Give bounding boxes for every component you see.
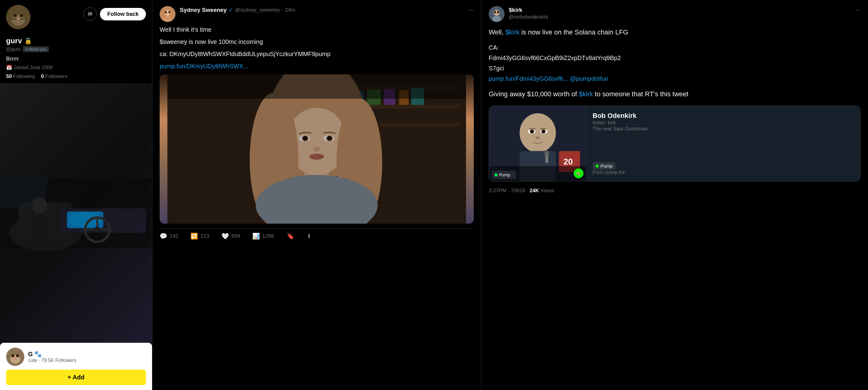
tweet-views-count: 24K bbox=[529, 188, 539, 193]
profile-bio: Brrrrr bbox=[6, 56, 146, 62]
pump-label: Pump bbox=[600, 163, 612, 169]
highlight-kirk-1[interactable]: $kirk bbox=[505, 28, 520, 36]
svg-rect-68 bbox=[167, 74, 466, 99]
svg-point-20 bbox=[94, 227, 100, 233]
tweet-author-avatar[interactable] bbox=[160, 6, 176, 22]
right-author-handle: @mrbobodenkirk bbox=[509, 14, 861, 20]
right-author-avatar[interactable] bbox=[489, 6, 504, 22]
more-options-button[interactable]: ··· bbox=[468, 6, 474, 14]
follow-back-button[interactable]: Follow back bbox=[100, 8, 146, 21]
follows-you-badge: Follows you bbox=[23, 46, 49, 52]
message-button[interactable]: ✉ bbox=[84, 7, 97, 21]
svg-point-81 bbox=[531, 130, 533, 133]
card-desc: The real Saul Goodman bbox=[593, 126, 854, 132]
tweet-link[interactable]: pump.fun/DKmyUDy8tWhSWX... bbox=[160, 62, 474, 71]
right-tweet-body: Well, $kirk is now live on the Solana ch… bbox=[489, 27, 861, 37]
ca-label: CA: bbox=[489, 44, 499, 51]
svg-text:Pump: Pump bbox=[499, 173, 510, 178]
svg-point-82 bbox=[542, 130, 545, 133]
bookmark-icon: 🔖 bbox=[287, 233, 294, 240]
right-author-name[interactable]: $kirk bbox=[509, 7, 522, 13]
profile-actions: ✉ Follow back bbox=[84, 7, 146, 21]
followers-count: 0 bbox=[41, 73, 44, 80]
sydney-portrait bbox=[160, 74, 474, 223]
card-content: Bob Odenkirk ticker: kirk The real Saul … bbox=[587, 106, 860, 181]
tweet-meta: Sydney Sweeney ✓ @sydney_sweeney · 24m ·… bbox=[180, 6, 474, 14]
giveaway-text: Giving away $10,000 worth of $kirk to so… bbox=[489, 89, 861, 99]
tweet-name-row: Sydney Sweeney ✓ @sydney_sweeney · 24m ·… bbox=[180, 6, 474, 14]
right-tweet-meta: $kirk ··· @mrbobodenkirk bbox=[509, 6, 861, 20]
svg-rect-26 bbox=[32, 213, 47, 237]
tweet-card[interactable]: 20 Pump 🟢 Bob Odenkirk ticker: kirk The … bbox=[489, 106, 861, 182]
tweet-time: 24m bbox=[285, 7, 295, 13]
add-button[interactable]: + Add bbox=[6, 369, 146, 385]
ca-link[interactable]: pump.fun/Fdmi43yGG6svf6... bbox=[489, 75, 568, 82]
views-icon: 📊 bbox=[252, 233, 260, 240]
svg-point-31 bbox=[12, 355, 14, 357]
reply-icon: 💬 bbox=[160, 233, 167, 240]
tweet-header: Sydney Sweeney ✓ @sydney_sweeney · 24m ·… bbox=[160, 6, 474, 22]
like-action[interactable]: 🤍 604 bbox=[221, 233, 240, 240]
svg-point-85 bbox=[545, 151, 549, 157]
retweet-count: 213 bbox=[200, 233, 209, 239]
avatar bbox=[6, 5, 30, 29]
svg-point-73 bbox=[497, 11, 499, 13]
svg-point-32 bbox=[17, 355, 18, 357]
svg-point-90 bbox=[494, 174, 498, 177]
bookmark-action[interactable]: 🔖 bbox=[287, 233, 294, 240]
body-middle: is now live on the Solana chain LFG bbox=[521, 28, 628, 36]
message-icon: ✉ bbox=[88, 11, 92, 18]
svg-text:20: 20 bbox=[563, 157, 573, 167]
right-more-options[interactable]: ··· bbox=[855, 6, 861, 14]
handle: @gurv bbox=[6, 47, 21, 52]
ca-line1: Fdmi43yGG6svf66CxGpB9iZ2xpDTv8atYrq9Bp2 bbox=[489, 55, 621, 61]
ca-block: CA: Fdmi43yGG6svf66CxGpB9iZ2xpDTv8atYrq9… bbox=[489, 42, 861, 84]
svg-point-71 bbox=[492, 16, 501, 22]
tweet-text-line2: $sweeney is now live 100mc incoming bbox=[160, 37, 474, 46]
share-action[interactable]: ⬆ bbox=[307, 233, 312, 240]
tweet-actions: 💬 142 🔁 213 🤍 604 📊 126K 🔖 ⬆ bbox=[160, 229, 474, 240]
right-tweet-header: $kirk ··· @mrbobodenkirk bbox=[489, 6, 861, 22]
author-name[interactable]: Sydney Sweeney bbox=[180, 7, 227, 13]
card-source: From pump.fun bbox=[593, 170, 854, 175]
suggested-card: G 🐾 cute · 79.5K Followers + Add bbox=[0, 343, 152, 390]
left-panel: ✉ Follow back gurv 🔒 @gurv Follows you B… bbox=[0, 0, 152, 390]
svg-point-7 bbox=[20, 14, 23, 17]
suggested-sub-info: cute · 79.5K Followers bbox=[28, 358, 76, 363]
svg-point-6 bbox=[14, 14, 17, 17]
tweet-link-anchor[interactable]: pump.fun/DKmyUDy8tWhSWX... bbox=[160, 63, 248, 69]
views-count: 126K bbox=[262, 233, 275, 239]
followers-stat[interactable]: 0 Followers bbox=[41, 73, 67, 80]
svg-point-75 bbox=[520, 113, 556, 153]
tweet-dot: · bbox=[282, 7, 283, 13]
verified-badge: ✓ bbox=[228, 7, 233, 13]
followers-label: Followers bbox=[45, 73, 67, 80]
profile-name-row: gurv 🔒 bbox=[6, 36, 146, 45]
retweet-action[interactable]: 🔁 213 bbox=[190, 233, 209, 240]
following-stat[interactable]: 50 Following bbox=[6, 73, 35, 80]
tweet-footer: 3:27PM · 7/9/24 · 24K Views bbox=[489, 188, 861, 194]
following-label: Following bbox=[13, 73, 35, 80]
tweet-text-line1: Well I think it's time bbox=[160, 25, 474, 34]
svg-point-33 bbox=[14, 358, 17, 360]
joined-text: Joined June 2009 bbox=[14, 65, 53, 70]
tweet-timestamp: 3:27PM · 7/9/24 · bbox=[489, 188, 528, 193]
tweet-ca-text: ca: DKmyUDy8tWhSWXFtduBddULyepuSjYczkurY… bbox=[160, 49, 474, 59]
svg-point-72 bbox=[494, 11, 496, 13]
views-label: Views bbox=[540, 188, 554, 193]
ca-link2[interactable]: @pumpdotfun bbox=[570, 75, 609, 82]
reply-count: 142 bbox=[170, 233, 178, 239]
giveaway-suffix: to someone that RT's this tweet bbox=[595, 90, 688, 98]
views-action[interactable]: 📊 126K bbox=[252, 233, 275, 240]
retweet-icon: 🔁 bbox=[190, 233, 198, 240]
profile-info: gurv 🔒 @gurv Follows you Brrrrr 📅 Joined… bbox=[0, 34, 152, 83]
like-icon: 🤍 bbox=[221, 233, 229, 240]
right-panel: $kirk ··· @mrbobodenkirk Well, $kirk is … bbox=[482, 0, 868, 390]
svg-line-11 bbox=[11, 19, 17, 20]
reply-action[interactable]: 💬 142 bbox=[160, 233, 178, 240]
card-ticker: ticker: kirk bbox=[593, 120, 854, 126]
profile-handle-row: @gurv Follows you bbox=[6, 46, 146, 52]
car-interior-image bbox=[0, 83, 152, 343]
suggested-avatar bbox=[6, 348, 24, 366]
highlight-kirk-2[interactable]: $kirk bbox=[579, 90, 593, 98]
